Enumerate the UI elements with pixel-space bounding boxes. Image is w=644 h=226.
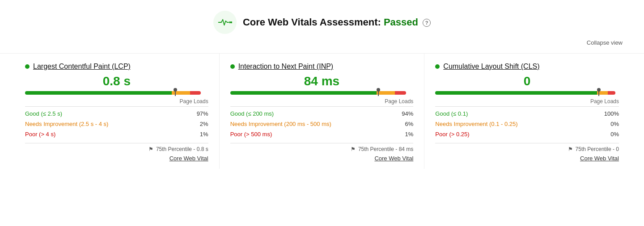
table-row: Needs Improvement (200 ms - 500 ms)6% (230, 119, 414, 129)
bar-marker-lcp (175, 90, 176, 96)
bar-marker-cls (598, 90, 599, 96)
stat-label: Poor (> 4 s) (25, 129, 186, 139)
bar-green-cls (435, 91, 597, 95)
percentile-text-lcp: 75th Percentile - 0.8 s (156, 146, 208, 152)
table-row: Good (≤ 200 ms)94% (230, 109, 414, 119)
page-loads-label-lcp: Page Loads (25, 98, 208, 105)
cwv-link-inp[interactable]: Core Web Vital (230, 155, 414, 162)
stats-table-inp: Good (≤ 200 ms)94%Needs Improvement (200… (230, 109, 414, 139)
green-dot-inp (230, 64, 235, 69)
stat-value: 2% (186, 119, 208, 129)
table-row: Poor (> 0.25)0% (435, 129, 619, 139)
metric-value-lcp: 0.8 s (25, 74, 208, 88)
stats-table-lcp: Good (≤ 2.5 s)97%Needs Improvement (2.5 … (25, 109, 208, 139)
metric-title-row-lcp: Largest Contentful Paint (LCP) (25, 63, 208, 71)
stat-label: Poor (> 0.25) (435, 129, 591, 139)
metric-value-inp: 84 ms (230, 74, 414, 88)
metric-panel-cls: Cumulative Layout Shift (CLS)0Page Loads… (424, 54, 630, 169)
table-row: Good (≤ 2.5 s)97% (25, 109, 208, 119)
stat-value: 1% (186, 129, 208, 139)
bar-orange-inp (377, 91, 395, 95)
stat-value: 100% (591, 109, 619, 119)
page-header: Core Web Vitals Assessment: Passed ? (0, 0, 644, 38)
stat-label: Good (≤ 0.1) (435, 109, 591, 119)
table-row: Poor (> 500 ms)1% (230, 129, 414, 139)
bar-container-cls (435, 91, 619, 96)
metrics-grid: Largest Contentful Paint (LCP)0.8 sPage … (0, 53, 644, 180)
bar-container-lcp (25, 91, 208, 96)
table-row: Needs Improvement (2.5 s - 4 s)2% (25, 119, 208, 129)
metric-title-row-cls: Cumulative Layout Shift (CLS) (435, 63, 619, 71)
page-title: Core Web Vitals Assessment: Passed ? (243, 17, 431, 28)
stat-value: 6% (394, 119, 413, 129)
status-badge: Passed (384, 17, 418, 28)
table-row: Poor (> 4 s)1% (25, 129, 208, 139)
stat-label: Needs Improvement (2.5 s - 4 s) (25, 119, 186, 129)
percentile-text-inp: 75th Percentile - 84 ms (358, 146, 413, 152)
stat-value: 94% (394, 109, 413, 119)
bar-red-cls (608, 91, 615, 95)
help-icon[interactable]: ? (423, 19, 431, 27)
stat-label: Good (≤ 200 ms) (230, 109, 394, 119)
green-dot-cls (435, 64, 440, 69)
metric-title-cls[interactable]: Cumulative Layout Shift (CLS) (443, 63, 539, 71)
stat-value: 0% (591, 119, 619, 129)
svg-point-1 (230, 21, 232, 23)
page-loads-label-cls: Page Loads (435, 98, 619, 105)
percentile-icon-lcp: ⚑ (148, 146, 153, 152)
metric-title-lcp[interactable]: Largest Contentful Paint (LCP) (33, 63, 131, 71)
vitals-icon (218, 17, 232, 27)
page-loads-label-inp: Page Loads (230, 98, 414, 105)
metric-panel-lcp: Largest Contentful Paint (LCP)0.8 sPage … (14, 54, 220, 169)
percentile-row-cls: ⚑75th Percentile - 0 (435, 146, 619, 152)
stat-value: 97% (186, 109, 208, 119)
bar-orange-lcp (172, 91, 190, 95)
vitals-icon-wrap (213, 11, 237, 34)
stat-label: Poor (> 500 ms) (230, 129, 394, 139)
collapse-row: Collapse view (0, 38, 644, 53)
percentile-icon-cls: ⚑ (568, 146, 573, 152)
percentile-icon-inp: ⚑ (351, 146, 356, 152)
cwv-link-lcp[interactable]: Core Web Vital (25, 155, 208, 162)
bar-track-inp (230, 91, 414, 95)
metric-value-cls: 0 (435, 74, 619, 88)
bar-track-cls (435, 91, 619, 95)
title-prefix: Core Web Vitals Assessment: (243, 17, 381, 28)
bar-marker-inp (378, 90, 379, 96)
percentile-row-lcp: ⚑75th Percentile - 0.8 s (25, 146, 208, 152)
green-dot-lcp (25, 64, 30, 69)
bar-container-inp (230, 91, 414, 96)
cwv-link-cls[interactable]: Core Web Vital (435, 155, 619, 162)
table-row: Needs Improvement (0.1 - 0.25)0% (435, 119, 619, 129)
stat-value: 1% (394, 129, 413, 139)
bar-track-lcp (25, 91, 208, 95)
percentile-row-inp: ⚑75th Percentile - 84 ms (230, 146, 414, 152)
metric-panel-inp: Interaction to Next Paint (INP)84 msPage… (220, 54, 425, 169)
collapse-link[interactable]: Collapse view (587, 39, 623, 46)
table-row: Good (≤ 0.1)100% (435, 109, 619, 119)
stat-label: Good (≤ 2.5 s) (25, 109, 186, 119)
bar-green-lcp (25, 91, 172, 95)
bar-red-lcp (190, 91, 201, 95)
percentile-text-cls: 75th Percentile - 0 (576, 146, 619, 152)
stat-value: 0% (591, 129, 619, 139)
stats-table-cls: Good (≤ 0.1)100%Needs Improvement (0.1 -… (435, 109, 619, 139)
bar-green-inp (230, 91, 377, 95)
metric-title-row-inp: Interaction to Next Paint (INP) (230, 63, 414, 71)
metric-title-inp[interactable]: Interaction to Next Paint (INP) (238, 63, 334, 71)
bar-red-inp (395, 91, 406, 95)
stat-label: Needs Improvement (0.1 - 0.25) (435, 119, 591, 129)
stat-label: Needs Improvement (200 ms - 500 ms) (230, 119, 394, 129)
